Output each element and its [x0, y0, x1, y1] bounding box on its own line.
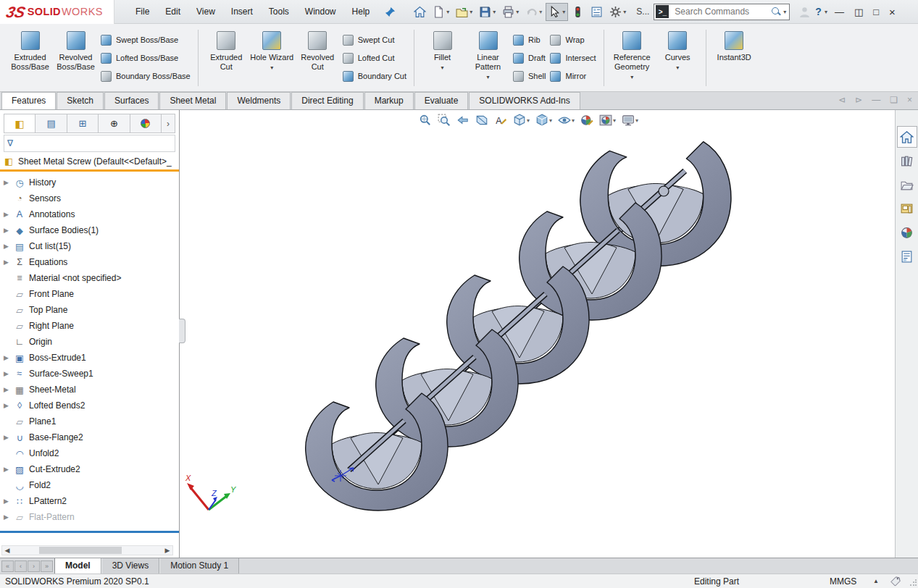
- doc-tab-motion-study-1[interactable]: Motion Study 1: [159, 558, 239, 574]
- expand-arrow-icon[interactable]: ▶: [2, 513, 10, 521]
- search-dropdown-icon[interactable]: ▾: [783, 9, 786, 15]
- tab-surfaces[interactable]: Surfaces: [104, 92, 159, 109]
- tree-item-sheet-metal[interactable]: ▶▦Sheet-Metal: [0, 382, 179, 398]
- dropdown-icon[interactable]: ▾: [635, 117, 638, 124]
- close-button[interactable]: ×: [889, 6, 896, 18]
- tree-item-origin[interactable]: ∟Origin: [0, 334, 179, 350]
- menu-help[interactable]: Help: [344, 1, 378, 22]
- expand-arrow-icon[interactable]: ▶: [2, 211, 10, 218]
- help-button[interactable]: ?: [814, 6, 823, 17]
- scroll-left-icon[interactable]: ◀: [2, 547, 12, 554]
- zoom-to-fit-button[interactable]: [417, 112, 433, 128]
- maximize-button[interactable]: □: [873, 7, 879, 17]
- ribbon-fillet[interactable]: Fillet▾: [420, 26, 465, 90]
- doc-tab-3d-views[interactable]: 3D Views: [101, 558, 159, 574]
- status-units[interactable]: MMGS: [830, 576, 856, 587]
- ribbon-lofted-cut[interactable]: Lofted Cut: [343, 49, 406, 67]
- tree-item-right-plane[interactable]: ▱Right Plane: [0, 318, 179, 334]
- ribbon-swept-boss-base[interactable]: Swept Boss/Base: [101, 31, 191, 49]
- graphics-viewport[interactable]: A▾▾▾▾▾: [180, 110, 895, 558]
- tree-item-plane1[interactable]: ▱Plane1: [0, 413, 179, 429]
- expand-arrow-icon[interactable]: ▶: [2, 402, 10, 409]
- tree-item-cut-extrude2[interactable]: ▶▨Cut-Extrude2: [0, 461, 179, 477]
- doc-minimize-icon[interactable]: —: [872, 95, 880, 105]
- ribbon-hole-wizard[interactable]: Hole Wizard▾: [249, 26, 295, 90]
- expand-arrow-icon[interactable]: ▶: [2, 227, 10, 234]
- dropdown-icon[interactable]: ▾: [613, 117, 616, 124]
- menu-edit[interactable]: Edit: [157, 1, 188, 22]
- search-input[interactable]: [673, 6, 771, 17]
- tree-item-cut-list-15[interactable]: ▶▤Cut list(15): [0, 238, 179, 254]
- menu-file[interactable]: File: [128, 1, 157, 22]
- tab-sketch[interactable]: Sketch: [57, 92, 104, 109]
- search-commands-box[interactable]: >_ ▾: [654, 4, 790, 20]
- dropdown-icon[interactable]: ▾: [623, 9, 626, 15]
- ribbon-revolved-boss-base[interactable]: Revolved Boss/Base: [53, 26, 99, 90]
- ribbon-draft[interactable]: Draft: [513, 49, 546, 67]
- expand-arrow-icon[interactable]: ▶: [2, 434, 10, 441]
- first-tab-icon[interactable]: «: [1, 560, 14, 572]
- tree-item-base-flange2[interactable]: ▶∪Base-Flange2: [0, 429, 179, 445]
- view-settings-button[interactable]: ▾: [620, 112, 640, 128]
- ribbon-reference-geometry[interactable]: Reference Geometry▾: [609, 26, 655, 90]
- units-dropdown-icon[interactable]: ▲: [873, 578, 879, 584]
- ribbon-curves[interactable]: Curves▾: [655, 26, 701, 90]
- edit-appearance-button[interactable]: [579, 112, 595, 128]
- dropdown-icon[interactable]: ▾: [493, 9, 496, 15]
- ribbon-shell[interactable]: Shell: [513, 67, 546, 85]
- menu-window[interactable]: Window: [297, 1, 344, 22]
- tree-item-boss-extrude1[interactable]: ▶▣Boss-Extrude1: [0, 350, 179, 366]
- ribbon-mirror[interactable]: Mirror: [550, 67, 596, 85]
- file-properties-button[interactable]: [588, 3, 606, 21]
- options-gear-button[interactable]: ▾: [606, 3, 629, 21]
- doc-restore-icon[interactable]: ❏: [890, 95, 898, 105]
- last-tab-icon[interactable]: »: [41, 560, 53, 572]
- ribbon-intersect[interactable]: Intersect: [550, 49, 596, 67]
- dropdown-icon[interactable]: ▾: [441, 64, 443, 72]
- tree-horizontal-scrollbar[interactable]: ◀ ▶: [1, 545, 173, 555]
- tree-filter[interactable]: ∇: [4, 135, 175, 152]
- tree-item-material-not-specified[interactable]: ≡Material <not specified>: [0, 270, 179, 286]
- expand-arrow-icon[interactable]: ▶: [2, 179, 10, 186]
- tag-icon[interactable]: [890, 576, 901, 587]
- panel-tabs-expand-icon[interactable]: ›: [162, 119, 175, 129]
- dropdown-icon[interactable]: ▾: [539, 9, 542, 15]
- new-document-button[interactable]: ▾: [430, 3, 452, 21]
- prev-tab-icon[interactable]: ‹: [14, 560, 27, 572]
- next-tab-icon[interactable]: ›: [28, 560, 40, 572]
- tab-configurationmanager[interactable]: ⊞: [67, 114, 99, 133]
- tree-item-surface-sweep1[interactable]: ▶≈Surface-Sweep1: [0, 366, 179, 382]
- ribbon-boundary-boss-base[interactable]: Boundary Boss/Base: [101, 67, 191, 85]
- dropdown-icon[interactable]: ▾: [676, 64, 679, 72]
- hide-show-items-button[interactable]: ▾: [556, 112, 576, 128]
- view-orientation-button[interactable]: ▾: [512, 112, 531, 128]
- doc-close-icon[interactable]: ×: [907, 95, 912, 105]
- tree-item-lofted-bends2[interactable]: ▶◊Lofted Bends2: [0, 398, 179, 413]
- dropdown-icon[interactable]: ▾: [572, 117, 575, 124]
- tab-sheet-metal[interactable]: Sheet Metal: [159, 92, 226, 109]
- tree-item-top-plane[interactable]: ▱Top Plane: [0, 302, 179, 318]
- tree-item-front-plane[interactable]: ▱Front Plane: [0, 286, 179, 302]
- tree-item-unfold2[interactable]: ◠Unfold2: [0, 445, 179, 461]
- tree-item-surface-bodies-1[interactable]: ▶◆Surface Bodies(1): [0, 222, 179, 238]
- tree-item-equations[interactable]: ▶ΣEquations: [0, 254, 179, 270]
- tab-weldments[interactable]: Weldments: [227, 92, 291, 109]
- display-style-button[interactable]: ▾: [534, 112, 554, 128]
- menu-view[interactable]: View: [188, 1, 223, 22]
- apply-scene-button[interactable]: ▾: [598, 112, 617, 128]
- taskpane-custom-properties-button[interactable]: [897, 245, 917, 267]
- ribbon-swept-cut[interactable]: Swept Cut: [343, 31, 406, 49]
- expand-arrow-icon[interactable]: ▶: [2, 370, 10, 377]
- dynamic-annotation-views-button[interactable]: A: [493, 112, 509, 128]
- tree-item-annotations[interactable]: ▶AAnnotations: [0, 206, 179, 222]
- open-document-button[interactable]: ▾: [453, 3, 475, 21]
- ribbon-instant3d[interactable]: Instant3D: [712, 26, 757, 90]
- tab-markup[interactable]: Markup: [364, 92, 414, 109]
- tree-root-item[interactable]: ◧ Sheet Metal Screw (Default<<Default>_: [0, 152, 179, 169]
- login-button[interactable]: [796, 3, 814, 21]
- ribbon-lofted-boss-base[interactable]: Lofted Boss/Base: [101, 49, 191, 67]
- home-button[interactable]: [411, 3, 429, 21]
- tab-propertymanager[interactable]: ▤: [36, 114, 67, 133]
- dropdown-icon[interactable]: ▾: [516, 9, 519, 15]
- expand-arrow-icon[interactable]: ▶: [2, 466, 10, 473]
